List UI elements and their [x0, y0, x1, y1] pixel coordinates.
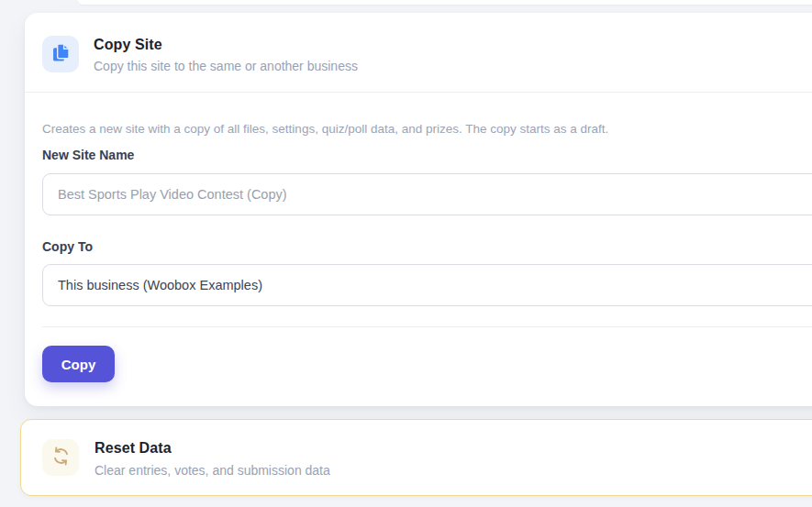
copy-to-label: Copy To [42, 239, 93, 254]
copy-site-title: Copy Site [94, 37, 162, 53]
copy-button[interactable]: Copy [42, 346, 115, 382]
copy-to-selected-value: This business (Woobox Examples) [58, 278, 262, 292]
copy-site-description: Creates a new site with a copy of all fi… [42, 122, 608, 136]
copy-to-select[interactable]: This business (Woobox Examples) [42, 264, 812, 306]
copy-site-icon-box [42, 36, 79, 72]
circular-arrows-reset-icon [50, 446, 72, 470]
new-site-name-input[interactable] [42, 173, 812, 215]
copy-pages-icon [50, 42, 72, 67]
copy-site-subtitle: Copy this site to the same or another bu… [94, 59, 358, 73]
footer-divider [42, 326, 812, 327]
reset-data-subtitle: Clear entries, votes, and submission dat… [95, 463, 330, 478]
previous-card-fragment [78, 0, 812, 5]
reset-data-card[interactable]: Reset Data Clear entries, votes, and sub… [20, 419, 812, 496]
reset-data-title: Reset Data [95, 440, 172, 457]
reset-data-icon-box [42, 439, 79, 476]
header-divider [25, 92, 812, 93]
new-site-name-label: New Site Name [42, 148, 134, 162]
copy-site-card: Copy Site Copy this site to the same or … [25, 13, 812, 406]
